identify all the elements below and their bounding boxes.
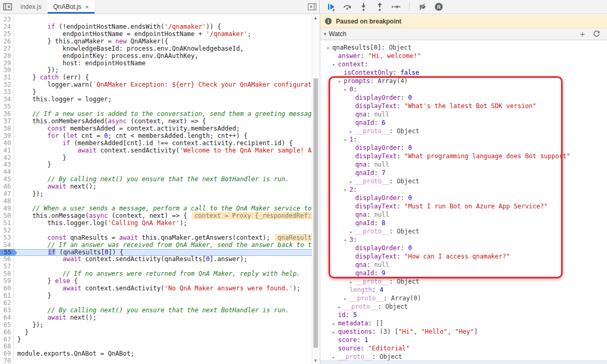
scrollbar-down-icon[interactable]: ▼ xyxy=(312,357,319,364)
line-number-gutter[interactable]: 44 xyxy=(0,169,14,176)
refresh-watch-button[interactable] xyxy=(593,30,600,38)
line-number-gutter[interactable]: 40 xyxy=(0,140,14,147)
line-number-gutter[interactable]: 50 xyxy=(0,213,14,220)
line-number-gutter[interactable]: 39 xyxy=(0,133,14,140)
watch-tree-row[interactable]: ▾2: xyxy=(320,185,607,194)
line-number-gutter[interactable]: 66 xyxy=(0,329,14,336)
step-into-button[interactable] xyxy=(359,2,368,11)
line-number-gutter[interactable]: 35 xyxy=(0,103,14,111)
watch-tree-row[interactable]: ▸__proto__: Object xyxy=(320,277,607,286)
line-number-gutter[interactable]: 48 xyxy=(0,198,14,205)
collapsed-arrow-icon[interactable]: ▸ xyxy=(349,278,355,286)
line-number-gutter[interactable]: 26 xyxy=(0,38,14,45)
watch-tree-row[interactable]: qnaId: 9 xyxy=(320,269,607,277)
deactivate-breakpoints-button[interactable] xyxy=(418,2,427,11)
tab-close-icon[interactable]: × xyxy=(85,4,89,10)
line-number-gutter[interactable]: 63 xyxy=(0,307,14,314)
collapsed-arrow-icon[interactable]: ▸ xyxy=(332,328,338,336)
line-number-gutter[interactable]: 43 xyxy=(0,161,14,169)
watch-tree-row[interactable]: qna: null xyxy=(320,110,607,119)
watch-tree-row[interactable]: ▾context: xyxy=(320,60,607,68)
line-number-gutter[interactable]: 59 xyxy=(0,278,14,285)
watch-tree-row[interactable]: source: "Editorial" xyxy=(320,344,607,353)
collapsed-arrow-icon[interactable]: ▸ xyxy=(332,320,338,328)
line-number-gutter[interactable]: 67 xyxy=(0,336,14,344)
watch-tree-row[interactable]: length: 4 xyxy=(320,286,607,294)
expanded-arrow-icon[interactable]: ▾ xyxy=(344,86,349,94)
watch-tree-row[interactable]: ▸questions: (3) ["Hi", "Hello", "Hey"] xyxy=(320,327,607,336)
watch-tree-row[interactable]: ▾0: xyxy=(320,85,607,93)
line-number-gutter[interactable]: 34 xyxy=(0,96,14,103)
line-number-gutter[interactable]: 54 xyxy=(0,242,14,249)
line-number-gutter[interactable]: 25 xyxy=(0,31,14,38)
line-number-gutter[interactable]: 46 xyxy=(0,183,14,191)
step-button[interactable] xyxy=(391,2,401,11)
expanded-arrow-icon[interactable]: ▾ xyxy=(344,236,349,244)
line-number-gutter[interactable]: 37 xyxy=(0,118,14,125)
watch-tree-row[interactable]: qna: null xyxy=(320,160,607,169)
expanded-arrow-icon[interactable]: ▾ xyxy=(344,136,349,144)
watch-tree-row[interactable]: answer: "Hi, welcome!" xyxy=(320,52,607,60)
watch-tree-row[interactable]: qnaId: 7 xyxy=(320,169,607,177)
line-number-gutter[interactable]: 33 xyxy=(0,89,14,96)
watch-tree-row[interactable]: qnaId: 8 xyxy=(320,219,607,227)
line-number-gutter[interactable]: 41 xyxy=(0,147,14,155)
watch-tree-row[interactable]: displayText: "What programming language … xyxy=(320,152,607,160)
watch-tree-row[interactable]: id: 5 xyxy=(320,311,607,319)
watch-tree-row[interactable]: ▸__proto__: Object xyxy=(320,177,607,185)
line-number-gutter[interactable]: 52 xyxy=(0,227,14,234)
line-number-gutter[interactable]: 28 xyxy=(0,53,14,60)
line-number-gutter[interactable]: 65 xyxy=(0,322,14,329)
line-number-gutter[interactable]: 51 xyxy=(0,220,14,227)
watch-tree-row[interactable]: ▸__proto__: Object xyxy=(320,127,607,135)
collapsed-arrow-icon[interactable]: ▸ xyxy=(338,303,344,311)
line-number-gutter[interactable]: 55 xyxy=(0,249,14,256)
expanded-arrow-icon[interactable]: ▾ xyxy=(332,61,338,69)
line-number-gutter[interactable]: 56 xyxy=(0,256,14,263)
line-number-gutter[interactable]: 42 xyxy=(0,155,14,162)
expanded-arrow-icon[interactable]: ▾ xyxy=(326,44,332,52)
pause-on-exceptions-button[interactable] xyxy=(434,2,443,11)
watch-tree-row[interactable]: ▸__proto__: Array(0) xyxy=(320,294,607,302)
section-expand-icon[interactable]: ▾ xyxy=(324,31,326,37)
line-number-gutter[interactable]: 29 xyxy=(0,60,14,67)
watch-tree-row[interactable]: qnaId: 6 xyxy=(320,119,607,127)
watch-tree-row[interactable]: ▾3: xyxy=(320,236,607,244)
scrollbar-up-icon[interactable]: ▲ xyxy=(312,15,319,21)
collapsed-arrow-icon[interactable]: ▸ xyxy=(344,295,349,303)
line-number-gutter[interactable]: 57 xyxy=(0,263,14,271)
line-number-gutter[interactable]: 47 xyxy=(0,191,14,198)
step-out-button[interactable] xyxy=(375,2,384,11)
watch-tree-row[interactable]: ▸__proto__: Object xyxy=(320,353,607,361)
line-number-gutter[interactable]: 24 xyxy=(0,24,14,31)
line-number-gutter[interactable]: 61 xyxy=(0,292,14,300)
line-number-gutter[interactable]: 38 xyxy=(0,125,14,133)
line-number-gutter[interactable]: 53 xyxy=(0,234,14,242)
line-number-gutter[interactable]: 31 xyxy=(0,74,14,81)
watch-tree-row[interactable]: displayOrder: 0 xyxy=(320,93,607,102)
line-number-gutter[interactable]: 70 xyxy=(0,358,14,364)
tab-qnabot-js[interactable]: QnABot.js × xyxy=(48,0,95,14)
watch-tree-row[interactable]: displayText: "Must I run Bot on Azure Ap… xyxy=(320,202,607,210)
collapsed-arrow-icon[interactable]: ▸ xyxy=(349,127,355,136)
line-number-gutter[interactable]: 32 xyxy=(0,81,14,89)
expanded-arrow-icon[interactable]: ▾ xyxy=(344,186,349,194)
watch-tree-row[interactable]: displayOrder: 0 xyxy=(320,244,607,252)
watch-tree-row[interactable]: ▾prompts: Array(4) xyxy=(320,77,607,85)
watch-tree-row[interactable]: qna: null xyxy=(320,210,607,219)
tab-index-js[interactable]: index.js xyxy=(15,0,48,14)
watch-tree-row[interactable]: displayOrder: 0 xyxy=(320,144,607,152)
watch-tree-row[interactable]: qna: null xyxy=(320,261,607,269)
line-number-gutter[interactable]: 30 xyxy=(0,67,14,74)
line-number-gutter[interactable]: 69 xyxy=(0,350,14,358)
resume-script-button[interactable] xyxy=(326,2,336,11)
watch-tree-row[interactable]: score: 1 xyxy=(320,336,607,344)
watch-tree-row[interactable]: ▸metadata: [] xyxy=(320,319,607,327)
watch-tree-row[interactable]: ▸__proto__: Object xyxy=(320,302,607,311)
watch-tree-row[interactable]: displayOrder: 0 xyxy=(320,194,607,202)
watch-tree-row[interactable]: ▾qnaResults[0]: Object xyxy=(320,43,607,52)
line-number-gutter[interactable]: 45 xyxy=(0,176,14,183)
watch-tree-row[interactable]: ▾1: xyxy=(320,135,607,144)
watch-tree-row[interactable]: displayText: "What's the latest Bot SDK … xyxy=(320,102,607,110)
line-number-gutter[interactable]: 68 xyxy=(0,343,14,350)
